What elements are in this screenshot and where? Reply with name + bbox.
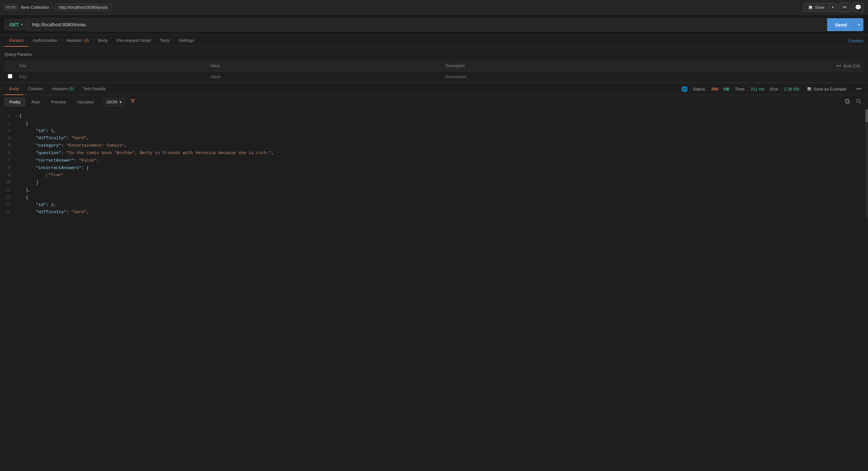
response-tab-headers[interactable]: Headers (5) xyxy=(48,83,79,95)
line-number-6: 6 xyxy=(0,150,16,157)
pretty-view-button[interactable]: Pretty xyxy=(4,98,25,106)
line-number-12: 12 xyxy=(0,194,16,201)
tab-params[interactable]: Params xyxy=(4,35,28,47)
send-btn-group: Send ▾ xyxy=(827,18,864,31)
tab-tests-label: Tests xyxy=(160,38,170,43)
json-line-10: 10 ] xyxy=(0,179,868,187)
format-select[interactable]: JSON ▾ xyxy=(102,98,125,106)
size-label: Size: xyxy=(770,87,779,92)
collection-url-display[interactable]: http://localhost:8080/posts xyxy=(55,4,111,11)
collection-separator: / xyxy=(52,5,53,10)
line-number-3: 3 xyxy=(0,128,16,135)
response-tab-cookies-label: Cookies xyxy=(28,86,43,91)
line-number-14: 14 xyxy=(0,209,16,216)
svg-rect-1 xyxy=(846,99,848,103)
json-line-1: 1 ▾[ xyxy=(0,112,868,120)
params-bulk-edit-col-header: ••• Bulk Edit xyxy=(825,61,864,71)
save-button[interactable]: Save xyxy=(804,3,829,11)
json-viewer: 1 ▾[ 2 { 3 "id": 1, 4 "difficulty": "har… xyxy=(0,109,868,219)
line-content-3: "id": 1, xyxy=(16,128,868,135)
line-content-14: "difficulty": "hard", xyxy=(16,209,868,216)
collection-path: New Collection / http://localhost:8080/p… xyxy=(21,5,112,10)
params-key-cell[interactable]: Key xyxy=(16,71,207,82)
line-number-2: 2 xyxy=(0,120,16,127)
collapse-1[interactable]: ▾ xyxy=(16,113,18,119)
copy-icon xyxy=(845,98,850,104)
line-content-13: "id": 2, xyxy=(16,202,868,209)
line-content-6: "question": "In the comic book "Archie",… xyxy=(16,150,868,157)
globe-icon: 🌐 xyxy=(681,86,688,92)
json-line-2: 2 { xyxy=(0,120,868,128)
json-line-12: 12 { xyxy=(0,194,868,201)
params-desc-cell[interactable]: Description xyxy=(442,71,825,82)
scrollbar-thumb[interactable] xyxy=(865,109,868,122)
edit-icon-button[interactable]: ✏ xyxy=(839,3,850,12)
send-chevron-button[interactable]: ▾ xyxy=(855,18,864,31)
json-line-14: 14 "difficulty": "hard", xyxy=(0,209,868,216)
scrollbar-track xyxy=(865,109,868,219)
method-select[interactable]: GET ▾ xyxy=(4,19,27,30)
send-button[interactable]: Send xyxy=(827,18,855,31)
line-content-5: "category": "Entertainment: Comics", xyxy=(16,142,868,149)
json-line-11: 11 }, xyxy=(0,187,868,194)
line-number-7: 7 xyxy=(0,157,16,164)
tab-params-label: Params xyxy=(9,38,24,43)
filter-icon-button[interactable] xyxy=(128,98,137,106)
line-number-5: 5 xyxy=(0,142,16,149)
line-number-11: 11 xyxy=(0,187,16,194)
save-chevron-button[interactable]: ▾ xyxy=(829,4,837,11)
tab-authorization[interactable]: Authorization xyxy=(28,35,62,47)
query-params-title: Query Params xyxy=(4,50,864,59)
params-desc-header: Description xyxy=(442,61,825,71)
json-line-9: 9 "True" xyxy=(0,172,868,179)
params-checkbox-cell xyxy=(4,71,16,82)
response-more-options-button[interactable]: ••• xyxy=(854,85,864,93)
visualize-view-button[interactable]: Visualize xyxy=(72,98,99,106)
cookies-link[interactable]: Cookies xyxy=(848,35,864,46)
http-badge: HTTP xyxy=(4,4,18,10)
more-options-button[interactable]: ••• xyxy=(835,63,843,68)
json-line-4: 4 "difficulty": "hard", xyxy=(0,135,868,142)
save-example-button[interactable]: Save as Example xyxy=(804,85,849,93)
svg-point-2 xyxy=(857,99,860,102)
response-tab-headers-badge: (5) xyxy=(69,87,74,91)
tab-settings[interactable]: Settings xyxy=(174,35,199,47)
json-line-8: 8 "incorrectAnswers": [ xyxy=(0,164,868,172)
tab-headers[interactable]: Headers (6) xyxy=(62,35,93,47)
tab-pre-request[interactable]: Pre-request Script xyxy=(112,35,155,47)
params-table: Key Value Description ••• Bulk Edit Key … xyxy=(4,61,864,82)
line-number-13: 13 xyxy=(0,202,16,209)
response-tab-body[interactable]: Body xyxy=(4,83,23,95)
response-area: Body Cookies Headers (5) Test Results 🌐 … xyxy=(0,82,868,219)
message-icon: 💬 xyxy=(855,4,862,10)
preview-view-button[interactable]: Preview xyxy=(46,98,71,106)
tab-body-label: Body xyxy=(98,38,108,43)
line-number-10: 10 xyxy=(0,179,16,186)
tab-authorization-label: Authorization xyxy=(33,38,58,43)
json-line-7: 7 "correctAnswer": "False", xyxy=(0,157,868,164)
url-input[interactable] xyxy=(28,18,828,31)
time-label: Time: xyxy=(735,87,745,92)
json-line-6: 6 "question": "In the comic book "Archie… xyxy=(0,149,868,157)
line-content-7: "correctAnswer": "False", xyxy=(16,157,868,164)
tab-body[interactable]: Body xyxy=(93,35,112,47)
size-value: 2.38 KB xyxy=(784,87,799,92)
top-bar: HTTP New Collection / http://localhost:8… xyxy=(0,0,868,15)
copy-icon-button[interactable] xyxy=(843,97,852,107)
save-example-label: Save as Example xyxy=(813,87,846,92)
response-tab-test-results[interactable]: Test Results xyxy=(79,83,111,95)
response-tab-test-results-label: Test Results xyxy=(83,86,106,91)
search-icon xyxy=(856,98,862,104)
line-content-9: "True" xyxy=(16,172,868,179)
search-icon-button[interactable] xyxy=(854,97,864,107)
message-icon-button[interactable]: 💬 xyxy=(852,3,864,12)
response-tab-cookies[interactable]: Cookies xyxy=(23,83,48,95)
status-code: 200 xyxy=(711,87,718,92)
params-value-cell[interactable]: Value xyxy=(207,71,442,82)
tab-tests[interactable]: Tests xyxy=(155,35,174,47)
raw-view-button[interactable]: Raw xyxy=(27,98,45,106)
line-number-9: 9 xyxy=(0,172,16,179)
line-content-4: "difficulty": "hard", xyxy=(16,135,868,142)
params-row-checkbox[interactable] xyxy=(8,74,12,78)
line-number-8: 8 xyxy=(0,165,16,172)
